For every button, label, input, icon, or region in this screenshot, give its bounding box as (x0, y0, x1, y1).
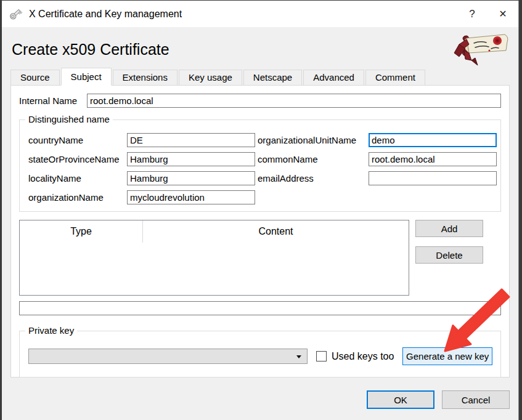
titlebar: X Certificate and Key management ? ✕ (2, 1, 518, 27)
san-area: Type Content Add Delete (19, 220, 501, 296)
tab-advanced[interactable]: Advanced (303, 70, 364, 85)
san-table-actions: Add Delete (415, 220, 483, 296)
used-keys-too-checkbox[interactable] (316, 351, 327, 361)
organizational-unit-label: organizationalUnitName (258, 135, 369, 145)
san-table-header-type[interactable]: Type (20, 220, 143, 243)
distinguished-name-group: Distinguished name countryName stateOrPr… (19, 119, 501, 212)
dn-field-row: countryName (28, 133, 258, 147)
dn-field-row: commonName (258, 152, 497, 166)
subject-tab-panel: Internal Name Distinguished name country… (10, 85, 510, 378)
xca-logo (451, 32, 512, 70)
country-name-input[interactable] (127, 133, 255, 147)
state-or-province-label: stateOrProvinceName (28, 154, 127, 164)
locality-name-input[interactable] (127, 171, 255, 185)
tab-key-usage[interactable]: Key usage (179, 70, 242, 85)
email-address-input[interactable] (369, 171, 497, 185)
private-key-row: Used keys too Generate a new key (20, 331, 500, 365)
state-or-province-input[interactable] (127, 152, 255, 166)
tab-source[interactable]: Source (10, 70, 60, 85)
window-title: X Certificate and Key management (29, 9, 457, 20)
generate-new-key-button[interactable]: Generate a new key (402, 347, 492, 365)
internal-name-row: Internal Name (19, 94, 501, 108)
cancel-button[interactable]: Cancel (442, 390, 510, 409)
add-button[interactable]: Add (415, 220, 483, 237)
san-entry-input[interactable] (19, 301, 501, 315)
dn-field-row: organizationalUnitName (258, 133, 497, 147)
locality-name-label: localityName (28, 173, 127, 184)
san-table[interactable]: Type Content (19, 220, 409, 296)
delete-button[interactable]: Delete (415, 246, 483, 264)
help-button[interactable]: ? (457, 8, 487, 20)
common-name-label: commonName (258, 154, 369, 164)
used-keys-too-label: Used keys too (332, 351, 394, 362)
email-address-label: emailAddress (258, 173, 369, 184)
close-button[interactable]: ✕ (487, 8, 518, 20)
common-name-input[interactable] (369, 152, 497, 166)
country-name-label: countryName (28, 135, 127, 145)
key-icon (8, 7, 23, 22)
organizational-unit-input[interactable] (369, 133, 497, 147)
dn-field-row: organizationName (28, 190, 258, 204)
window-edge-left (0, 0, 2, 420)
tab-netscape[interactable]: Netscape (243, 70, 302, 85)
dn-field-row: emailAddress (258, 171, 497, 185)
distinguished-name-group-title: Distinguished name (25, 114, 113, 124)
san-table-header: Type Content (20, 220, 409, 243)
organization-name-label: organizationName (28, 192, 127, 203)
xca-dialog-window: X Certificate and Key management ? ✕ Cre… (2, 1, 518, 420)
dn-field-row: localityName (28, 171, 258, 185)
window-edge-top (0, 0, 522, 1)
tabbar: Source Subject Extensions Key usage Nets… (10, 68, 511, 85)
internal-name-input[interactable] (87, 94, 501, 108)
ok-button[interactable]: OK (367, 390, 434, 409)
tab-extensions[interactable]: Extensions (113, 70, 177, 85)
dn-left-column: countryName stateOrProvinceName locality… (28, 133, 258, 211)
san-table-header-content[interactable]: Content (143, 226, 409, 237)
organization-name-input[interactable] (127, 190, 255, 204)
dialog-body: Create x509 Certificate Source Subject (2, 27, 518, 420)
private-key-group-title: Private key (25, 325, 77, 336)
dn-field-row: stateOrProvinceName (28, 152, 258, 166)
tab-subject[interactable]: Subject (61, 68, 112, 86)
private-key-select[interactable] (28, 349, 308, 364)
tab-comment[interactable]: Comment (365, 70, 425, 85)
san-table-body (20, 243, 409, 296)
chevron-down-icon (296, 355, 301, 358)
screenshot-root: X Certificate and Key management ? ✕ Cre… (0, 0, 522, 420)
dialog-footer: OK Cancel (9, 390, 510, 409)
private-key-group: Private key Used keys too Generate a new… (19, 331, 501, 378)
dn-right-column: organizationalUnitName commonName emailA… (258, 133, 497, 211)
window-edge-right (518, 0, 522, 420)
page-title: Create x509 Certificate (12, 41, 511, 59)
internal-name-label: Internal Name (19, 95, 87, 106)
